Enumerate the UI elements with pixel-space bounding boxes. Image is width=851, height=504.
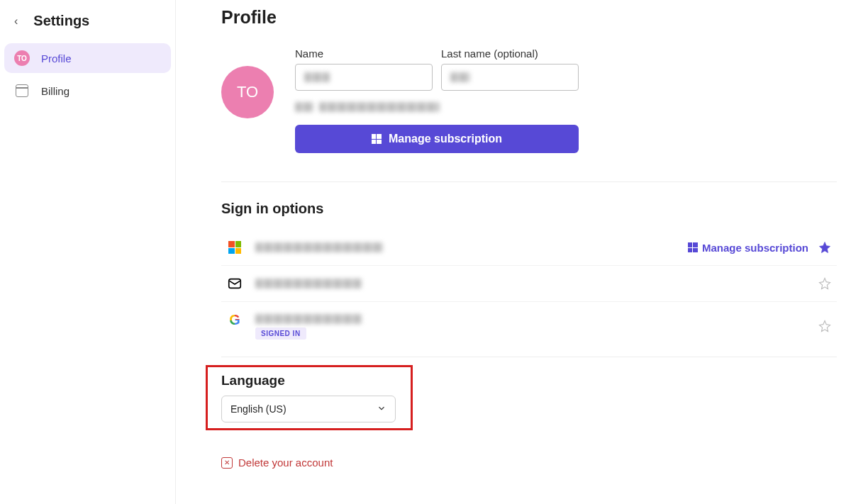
manage-subscription-label: Manage subscription [389,133,502,145]
signin-email-redacted [255,314,362,324]
language-section: Language English (US) [221,357,837,422]
back-chevron-icon[interactable]: ‹ [10,13,22,29]
sidebar-header: ‹ Settings [0,7,175,43]
sidebar-nav: TO Profile Billing [0,43,175,106]
delete-account-link[interactable]: ✕ Delete your account [221,457,837,469]
profile-email-line [295,102,579,112]
lastname-label: Last name (optional) [441,47,579,60]
sidebar-item-profile[interactable]: TO Profile [4,43,171,73]
signed-in-badge: SIGNED IN [255,327,306,340]
signin-row-microsoft: Manage subscription [221,230,837,266]
microsoft-icon [227,240,243,255]
profile-row: TO Name Last name (optional) [221,47,837,153]
delete-account-section: ✕ Delete your account [221,457,837,469]
billing-icon [14,83,30,99]
signin-row-google: G SIGNED IN [221,302,837,349]
main-content: Profile TO Name Last name (optional) [176,0,851,504]
google-icon: G [227,312,243,327]
signin-row-email [221,266,837,302]
sidebar-title: Settings [33,13,89,29]
language-select[interactable]: English (US) [221,396,396,422]
star-icon[interactable] [818,277,831,290]
language-selected-value: English (US) [230,403,287,415]
name-input[interactable] [295,64,433,91]
windows-icon [372,134,382,144]
delete-icon: ✕ [221,457,233,469]
chevron-down-icon [377,403,386,415]
avatar-large: TO [221,66,274,118]
signin-options-title: Sign in options [221,201,837,217]
windows-icon [688,242,698,252]
star-icon[interactable] [818,320,831,332]
manage-subscription-link[interactable]: Manage subscription [688,242,808,254]
signin-email-redacted [255,279,362,289]
language-title: Language [221,373,837,388]
avatar-icon: TO [14,50,30,66]
sidebar-item-billing[interactable]: Billing [4,76,171,106]
star-icon[interactable] [818,241,831,254]
page-title: Profile [221,7,837,28]
manage-subscription-button[interactable]: Manage subscription [295,125,579,153]
settings-sidebar: ‹ Settings TO Profile Billing [0,0,176,504]
signin-options-section: Sign in options Manage subscription [221,181,837,349]
name-label: Name [295,47,433,60]
lastname-input[interactable] [441,64,579,91]
profile-fields: Name Last name (optional) Mana [295,47,579,153]
signin-email-redacted [255,242,383,252]
sidebar-item-label: Billing [41,85,69,97]
delete-account-label: Delete your account [238,457,333,469]
sidebar-item-label: Profile [41,52,72,65]
mail-icon [227,276,243,291]
